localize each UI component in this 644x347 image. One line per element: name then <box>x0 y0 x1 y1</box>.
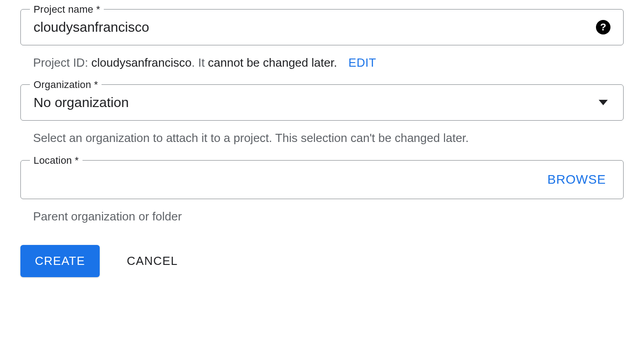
location-group: Location * BROWSE Parent organization or… <box>20 160 624 225</box>
cancel-button[interactable]: CANCEL <box>122 245 183 277</box>
project-id-helper: Project ID: cloudysanfrancisco. It canno… <box>20 54 624 71</box>
browse-button[interactable]: BROWSE <box>547 172 606 187</box>
project-name-group: Project name * ? Project ID: cloudysanfr… <box>20 9 624 71</box>
project-name-label: Project name * <box>30 4 104 15</box>
organization-select-row[interactable]: No organization <box>21 85 623 120</box>
location-label: Location * <box>30 155 82 166</box>
chevron-down-icon <box>599 100 608 105</box>
help-icon[interactable]: ? <box>596 20 610 34</box>
location-field-wrapper: Location * BROWSE <box>20 160 624 199</box>
edit-project-id-link[interactable]: EDIT <box>349 56 376 69</box>
project-id-value: cloudysanfrancisco <box>92 56 192 69</box>
project-id-warning: cannot be changed later. <box>208 56 337 69</box>
action-buttons: CREATE CANCEL <box>20 245 624 277</box>
organization-select[interactable]: No organization <box>34 95 599 110</box>
project-id-prefix: Project ID: <box>33 56 92 69</box>
project-name-field-wrapper: Project name * ? <box>20 9 624 45</box>
project-id-middle: . It <box>192 56 208 69</box>
create-button[interactable]: CREATE <box>20 245 100 277</box>
project-name-input[interactable] <box>34 20 596 35</box>
location-input-row: BROWSE <box>21 161 623 199</box>
project-name-input-row: ? <box>21 10 623 45</box>
organization-label: Organization * <box>30 79 102 91</box>
new-project-form: Project name * ? Project ID: cloudysanfr… <box>20 9 624 277</box>
organization-helper: Select an organization to attach it to a… <box>20 130 624 146</box>
location-helper: Parent organization or folder <box>20 208 624 225</box>
organization-group: Organization * No organization Select an… <box>20 84 624 146</box>
organization-field-wrapper: Organization * No organization <box>20 84 624 121</box>
